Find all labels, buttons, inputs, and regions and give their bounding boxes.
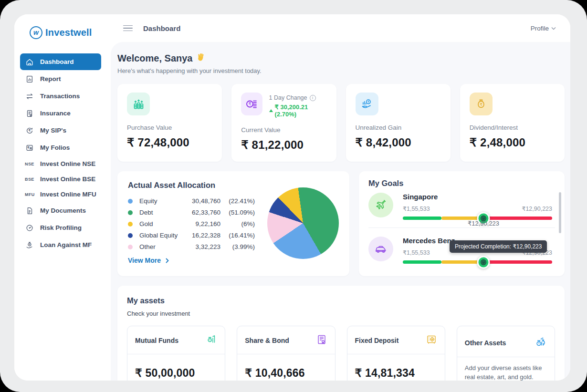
sidebar-item-loan-against-mf[interactable]: ₹ Loan Against MF (20, 237, 101, 253)
goal-row-singapore: Singapore ₹1,55,533 ₹12,90,223 ₹12,90,2 (368, 188, 555, 227)
goal-start-amount: ₹1,55,533 (403, 249, 430, 256)
svg-text:₹: ₹ (480, 103, 482, 107)
other-assets-card[interactable]: Other Assets ₹ Add your diverse assets l… (457, 326, 555, 381)
asset-card-value: ₹ 50,00,000 (127, 354, 225, 380)
sidebar: w Investwell Dashboard Report Transactio… (14, 14, 111, 381)
coins-growth-icon (127, 93, 150, 115)
mutual-funds-card[interactable]: Mutual Funds ₹ ₹ 50,00,000 Total Mutual … (127, 326, 225, 381)
dividend-interest-card: ₹ Dividend/Interest ₹ 2,48,000 (460, 84, 565, 162)
goal-row-mercedes: Mercedes Benz Projected Completion: ₹12,… (368, 229, 555, 270)
sidebar-nav: Dashboard Report Transactions Insurance … (14, 53, 111, 254)
stat-cards: Purchase Value ₹ 72,48,000 ₹ 1 Day Chang… (117, 84, 565, 162)
hamburger-menu-icon[interactable] (123, 25, 133, 31)
view-more-link[interactable]: View More (128, 257, 261, 264)
brand-name: Investwell (45, 27, 92, 38)
gauge-icon (25, 223, 34, 232)
sidebar-item-my-sips[interactable]: ₹ My SIP's (20, 122, 101, 139)
legend-dot (128, 199, 133, 204)
sidebar-item-risk-profiling[interactable]: Risk Profiling (20, 219, 101, 236)
asset-card-title: Share & Bond (245, 337, 289, 344)
asset-card-value: ₹ 14,81,334 (347, 354, 445, 380)
report-icon (25, 74, 34, 83)
legend-percent: (6%) (220, 220, 255, 227)
sidebar-item-my-folios[interactable]: ₹ My Folios (20, 139, 101, 156)
sidebar-item-invest-online-bse[interactable]: BSE Invest Online BSE (20, 172, 101, 186)
legend-row-other: Other3,32,223(3.99%) (128, 243, 261, 250)
nse-text-icon: NSE (25, 162, 34, 166)
svg-text:₹: ₹ (27, 146, 30, 149)
welcome-text: Welcome, Sanya (117, 53, 192, 64)
welcome-subtitle: Here's what's happening with your invest… (117, 67, 565, 74)
legend-percent: (3.99%) (220, 243, 255, 250)
goal-progress-bar (403, 260, 552, 264)
asset-card-title: Other Assets (465, 339, 506, 347)
sidebar-item-report[interactable]: Report (20, 71, 101, 87)
loan-hand-icon: ₹ (25, 240, 34, 249)
allocation-pie (267, 187, 339, 259)
asset-card-caption: Total Mutual Funds Value (127, 380, 225, 381)
sidebar-item-label: My Documents (40, 207, 86, 214)
legend-dot (128, 222, 133, 227)
sidebar-item-transactions[interactable]: Transactions (20, 88, 101, 104)
sidebar-item-my-documents[interactable]: My Documents (20, 202, 101, 219)
legend-percent: (16.41%) (220, 232, 255, 239)
asset-card-title: Mutual Funds (135, 337, 178, 344)
bar-segment-green (403, 217, 441, 220)
app-frame: w Investwell Dashboard Report Transactio… (0, 0, 587, 392)
goals-title: My Goals (368, 179, 555, 188)
allocation-title: Actual Asset Allocation (128, 181, 261, 190)
one-day-change-value: ₹ 30,200.21 (2.70%) (269, 103, 327, 118)
stat-value: ₹ 2,48,000 (470, 136, 555, 149)
goal-target-amount: ₹12,90,223 (522, 205, 552, 212)
brand-logo-icon: w (30, 26, 42, 39)
safe-icon (426, 334, 437, 347)
goal-projected-amount: ₹12,90,223 (468, 220, 499, 227)
assets-subtitle: Check your investment (127, 310, 555, 317)
sidebar-item-invest-online-nse[interactable]: NSE Invest Online NSE (20, 156, 101, 171)
stat-label: Dividend/Interest (470, 124, 555, 131)
sidebar-item-label: Insurance (40, 110, 71, 117)
sidebar-item-label: My Folios (40, 144, 70, 151)
rupee-coins-icon: ₹ (241, 93, 262, 115)
legend-name: Debt (139, 209, 183, 216)
legend-name: Other (139, 243, 183, 250)
asset-allocation-card: Actual Asset Allocation Equity30,48,760(… (117, 171, 349, 276)
fixed-deposit-card[interactable]: Fixed Deposit ₹ 14,81,334 Total Fixed De… (347, 326, 445, 381)
info-icon[interactable]: i (310, 95, 316, 101)
legend-value: 62,33,760 (183, 209, 220, 216)
folio-icon: ₹ (25, 143, 34, 152)
sidebar-item-insurance[interactable]: Insurance (20, 105, 101, 122)
sidebar-item-invest-online-mfu[interactable]: MFU Invest Online MFU (20, 187, 101, 202)
mutual-funds-icon: ₹ (206, 334, 217, 347)
arrow-up-icon (269, 109, 273, 112)
unrealized-gain-card: ₹ Unrealized Gain ₹ 8,42,000 (346, 84, 451, 162)
asset-card-title: Fixed Deposit (355, 337, 399, 344)
profile-menu[interactable]: Profile (531, 25, 556, 32)
asset-card-value: ₹ 10,40,666 (237, 354, 335, 380)
allocation-legend: Equity30,48,760(22.41%) Debt62,33,760(51… (128, 197, 261, 250)
goal-target-marker[interactable] (477, 256, 490, 268)
asset-card-caption: Total Fixed Deposit Value (347, 380, 445, 381)
svg-text:₹: ₹ (28, 129, 31, 132)
brand-logo[interactable]: w Investwell (30, 24, 111, 41)
sidebar-item-label: Invest Online NSE (40, 160, 95, 167)
page-title: Dashboard (143, 24, 180, 32)
stat-label: Purchase Value (127, 124, 212, 131)
legend-value: 9,22,160 (183, 220, 220, 227)
legend-percent: (51.09%) (220, 209, 255, 216)
topbar: Dashboard Profile (111, 14, 570, 42)
main-area: Dashboard Profile Welcome, Sanya Here's … (111, 14, 570, 381)
share-bond-card[interactable]: Share & Bond ₹ 10,40,666 Total Share & B… (237, 326, 335, 381)
sidebar-item-label: Loan Against MF (40, 241, 92, 248)
stat-value: ₹ 8,42,000 (356, 136, 441, 149)
legend-name: Gold (139, 220, 183, 227)
document-icon (25, 206, 34, 215)
airplane-icon (368, 193, 393, 217)
legend-dot (128, 245, 133, 249)
sidebar-item-label: Risk Profiling (40, 224, 82, 231)
legend-name: Equity (139, 197, 183, 205)
scrollbar[interactable] (559, 192, 561, 233)
sidebar-item-dashboard[interactable]: Dashboard (20, 53, 101, 70)
mfu-text-icon: MFU (25, 192, 34, 197)
insurance-doc-icon (25, 109, 34, 118)
